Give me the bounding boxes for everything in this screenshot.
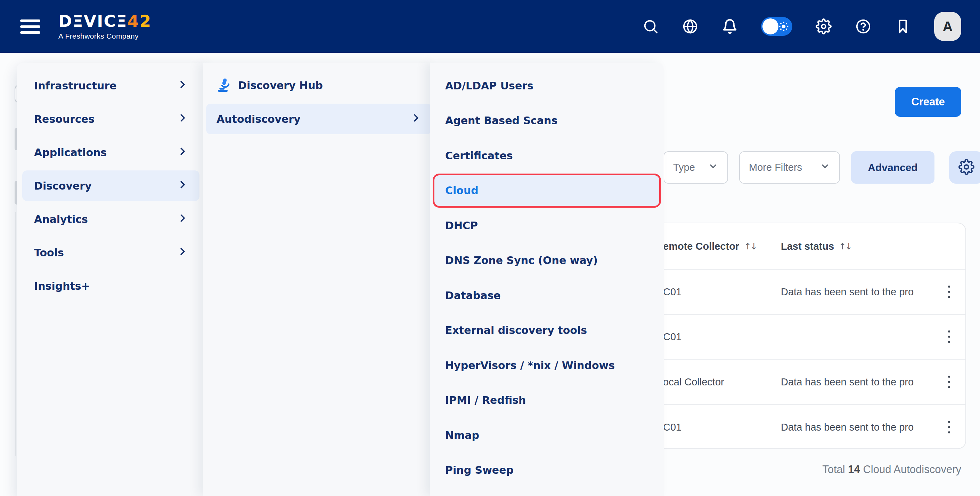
occluded-page-divider xyxy=(15,212,16,456)
advanced-filters-button[interactable]: Advanced xyxy=(851,151,934,183)
row-actions-kebab-icon[interactable] xyxy=(946,284,952,300)
menu-item-cloud[interactable]: Cloud xyxy=(434,175,659,206)
cell-last-status: Data has been sent to the pro xyxy=(781,376,914,388)
search-icon[interactable] xyxy=(642,18,659,35)
help-icon[interactable] xyxy=(855,18,872,35)
menu-level2-panel: Discovery Hub Autodiscovery xyxy=(203,62,434,496)
bookmark-icon[interactable] xyxy=(894,18,911,35)
menu-item-discovery[interactable]: Discovery xyxy=(22,171,199,201)
type-filter-label: Type xyxy=(673,162,695,173)
chevron-right-icon xyxy=(177,79,188,92)
menu-item-insights-plus[interactable]: Insights+ xyxy=(22,271,199,301)
menu-item-autodiscovery[interactable]: Autodiscovery xyxy=(206,104,432,134)
chevron-right-icon xyxy=(177,246,188,259)
sort-icon[interactable]: ↑↓ xyxy=(744,241,757,251)
top-navbar: DΞVICΞ42 A Freshworks Company xyxy=(0,0,980,53)
menu-level1-panel: Infrastructure Resources Applications Di… xyxy=(17,62,205,496)
chevron-right-icon xyxy=(177,179,188,192)
microscope-icon xyxy=(216,77,232,93)
total-count: 14 xyxy=(848,463,860,475)
menu-item-ad-ldap-users[interactable]: AD/LDAP Users xyxy=(434,70,659,101)
menu-item-external-discovery-tools[interactable]: External discovery tools xyxy=(434,315,659,346)
cell-last-status: Data has been sent to the pro xyxy=(781,421,914,433)
menu-item-dhcp[interactable]: DHCP xyxy=(434,210,659,241)
navbar-actions: A xyxy=(642,12,961,41)
globe-icon[interactable] xyxy=(682,18,698,35)
gear-icon[interactable] xyxy=(815,18,832,35)
logo-tagline: A Freshworks Company xyxy=(58,32,151,40)
sort-icon[interactable]: ↑↓ xyxy=(839,241,851,251)
more-filters-dropdown[interactable]: More Filters xyxy=(739,151,840,183)
cell-remote-collector: ocal Collector xyxy=(663,376,724,388)
menu-level3-panel: AD/LDAP Users Agent Based Scans Certific… xyxy=(430,62,664,496)
device42-logo[interactable]: DΞVICΞ42 A Freshworks Company xyxy=(58,13,151,40)
logo-wordmark: DΞVICΞ42 xyxy=(58,13,151,29)
chevron-right-icon xyxy=(177,113,188,126)
menu-item-tools[interactable]: Tools xyxy=(22,237,199,268)
sun-icon xyxy=(778,21,789,33)
toggle-knob xyxy=(762,18,778,34)
cell-remote-collector: C01 xyxy=(663,286,681,297)
menu-item-infrastructure[interactable]: Infrastructure xyxy=(22,70,199,101)
column-header-remote-collector[interactable]: emote Collector ↑↓ xyxy=(663,240,757,252)
chevron-down-icon xyxy=(708,161,718,174)
more-filters-label: More Filters xyxy=(749,162,802,173)
chevron-down-icon xyxy=(820,161,830,174)
cell-remote-collector: C01 xyxy=(663,421,681,433)
filters-bar: Type More Filters Advanced xyxy=(663,151,980,183)
gear-icon xyxy=(958,159,974,176)
cell-last-status: Data has been sent to the pro xyxy=(781,286,914,297)
chevron-right-icon xyxy=(177,213,188,226)
row-actions-kebab-icon[interactable] xyxy=(946,373,952,390)
menu-item-dns-zone-sync[interactable]: DNS Zone Sync (One way) xyxy=(434,245,659,276)
chevron-right-icon xyxy=(411,113,421,126)
hamburger-menu-icon[interactable] xyxy=(20,19,42,34)
column-header-last-status[interactable]: Last status ↑↓ xyxy=(781,240,851,252)
menu-item-database[interactable]: Database xyxy=(434,280,659,311)
create-button[interactable]: Create xyxy=(895,87,961,117)
menu-item-hypervisors-nix-windows[interactable]: HyperVisors / *nix / Windows xyxy=(434,350,659,381)
row-actions-kebab-icon[interactable] xyxy=(946,419,952,435)
app-root: Create Type More Filters Advanced xyxy=(0,0,980,496)
bell-icon[interactable] xyxy=(721,18,738,35)
menu-item-ping-sweep[interactable]: Ping Sweep xyxy=(434,455,659,486)
chevron-right-icon xyxy=(177,146,188,159)
account-avatar[interactable]: A xyxy=(934,12,961,41)
table-settings-button[interactable] xyxy=(949,151,980,183)
menu-item-ipmi-redfish[interactable]: IPMI / Redfish xyxy=(434,385,659,416)
menu-item-analytics[interactable]: Analytics xyxy=(22,204,199,234)
row-actions-kebab-icon[interactable] xyxy=(946,329,952,345)
menu-item-resources[interactable]: Resources xyxy=(22,104,199,134)
menu-item-agent-based-scans[interactable]: Agent Based Scans xyxy=(434,105,659,136)
menu-item-nmap[interactable]: Nmap xyxy=(434,420,659,450)
menu-item-certificates[interactable]: Certificates xyxy=(434,140,659,171)
menu-item-applications[interactable]: Applications xyxy=(22,137,199,167)
cell-remote-collector: C01 xyxy=(663,331,681,343)
menu-item-discovery-hub[interactable]: Discovery Hub xyxy=(206,70,432,100)
theme-toggle[interactable] xyxy=(761,17,792,36)
type-filter-dropdown[interactable]: Type xyxy=(663,151,728,183)
